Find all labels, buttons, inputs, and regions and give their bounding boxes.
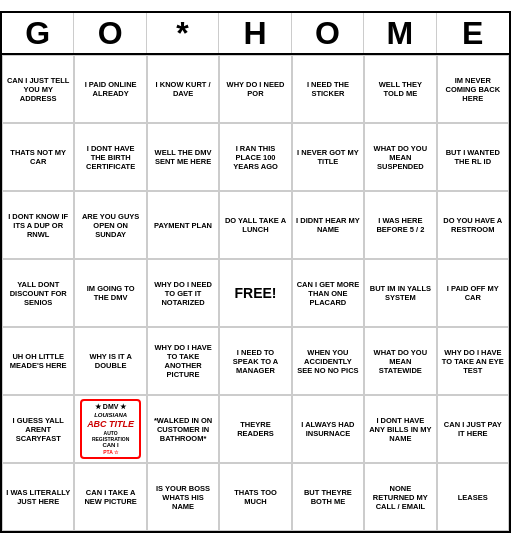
bingo-cell-15: ARE YOU GUYS OPEN ON SUNDAY [74, 191, 146, 259]
bingo-cell-41: CAN I JUST PAY IT HERE [437, 395, 509, 463]
bingo-cell-34: WHY DO I HAVE TO TAKE AN EYE TEST [437, 327, 509, 395]
bingo-cell-2: I KNOW KURT / DAVE [147, 55, 219, 123]
bingo-cell-42: I WAS LITERALLY JUST HERE [2, 463, 74, 531]
header-letter-6: E [437, 13, 509, 53]
bingo-cell-17: DO YALL TAKE A LUNCH [219, 191, 291, 259]
bingo-cell-21: YALL DONT DISCOUNT FOR SENIOS [2, 259, 74, 327]
bingo-cell-38: THEYRE READERS [219, 395, 291, 463]
bingo-cell-12: WHAT DO YOU MEAN SUSPENDED [364, 123, 436, 191]
bingo-card: GO*HOME CAN I JUST TELL YOU MY ADDRESSI … [0, 11, 511, 533]
header-letter-1: O [74, 13, 146, 53]
bingo-cell-5: WELL THEY TOLD ME [364, 55, 436, 123]
bingo-cell-9: WELL THE DMV SENT ME HERE [147, 123, 219, 191]
bingo-cell-23: WHY DO I NEED TO GET IT NOTARIZED [147, 259, 219, 327]
bingo-cell-3: WHY DO I NEED POR [219, 55, 291, 123]
bingo-cell-29: WHY IS IT A DOUBLE [74, 327, 146, 395]
bingo-cell-6: IM NEVER COMING BACK HERE [437, 55, 509, 123]
bingo-cell-44: IS YOUR BOSS WHATS HIS NAME [147, 463, 219, 531]
bingo-cell-32: WHEN YOU ACCIDENTLY SEE NO NO PICS [292, 327, 364, 395]
bingo-cell-31: I NEED TO SPEAK TO A MANAGER [219, 327, 291, 395]
bingo-cell-27: I PAID OFF MY CAR [437, 259, 509, 327]
bingo-cell-20: DO YOU HAVE A RESTROOM [437, 191, 509, 259]
bingo-cell-14: I DONT KNOW IF ITS A DUP OR RNWL [2, 191, 74, 259]
bingo-cell-48: LEASES [437, 463, 509, 531]
bingo-header: GO*HOME [2, 13, 509, 55]
header-letter-4: O [292, 13, 364, 53]
bingo-cell-33: WHAT DO YOU MEAN STATEWIDE [364, 327, 436, 395]
bingo-cell-35: I GUESS YALL ARENT SCARYFAST [2, 395, 74, 463]
header-letter-5: M [364, 13, 436, 53]
bingo-cell-46: BUT THEYRE BOTH ME [292, 463, 364, 531]
bingo-cell-22: IM GOING TO THE DMV [74, 259, 146, 327]
bingo-cell-28: UH OH LITTLE MEADE'S HERE [2, 327, 74, 395]
bingo-grid: CAN I JUST TELL YOU MY ADDRESSI PAID ONL… [2, 55, 509, 531]
bingo-cell-30: WHY DO I HAVE TO TAKE ANOTHER PICTURE [147, 327, 219, 395]
bingo-cell-26: BUT IM IN YALLS SYSTEM [364, 259, 436, 327]
bingo-cell-47: NONE RETURNED MY CALL / EMAIL [364, 463, 436, 531]
bingo-cell-10: I RAN THIS PLACE 100 YEARS AGO [219, 123, 291, 191]
header-letter-0: G [2, 13, 74, 53]
bingo-cell-18: I DIDNT HEAR MY NAME [292, 191, 364, 259]
bingo-cell-19: I WAS HERE BEFORE 5 / 2 [364, 191, 436, 259]
bingo-cell-16: PAYMENT PLAN [147, 191, 219, 259]
bingo-cell-43: CAN I TAKE A NEW PICTURE [74, 463, 146, 531]
bingo-cell-7: THATS NOT MY CAR [2, 123, 74, 191]
bingo-cell-25: CAN I GET MORE THAN ONE PLACARD [292, 259, 364, 327]
bingo-cell-1: I PAID ONLINE ALREADY [74, 55, 146, 123]
bingo-cell-0: CAN I JUST TELL YOU MY ADDRESS [2, 55, 74, 123]
header-letter-3: H [219, 13, 291, 53]
bingo-cell-8: I DONT HAVE THE BIRTH CERTIFICATE [74, 123, 146, 191]
bingo-cell-13: BUT I WANTED THE RL ID [437, 123, 509, 191]
bingo-cell-4: I NEED THE STICKER [292, 55, 364, 123]
bingo-cell-39: I ALWAYS HAD INSURNACE [292, 395, 364, 463]
bingo-cell-40: I DONT HAVE ANY BILLS IN MY NAME [364, 395, 436, 463]
bingo-cell-11: I NEVER GOT MY TITLE [292, 123, 364, 191]
bingo-cell-36: ★ DMV ★ Louisiana ABC TITLE AUTO REGISTR… [74, 395, 146, 463]
bingo-cell-24: Free! [219, 259, 291, 327]
bingo-cell-37: *WALKED IN ON CUSTOMER IN BATHROOM* [147, 395, 219, 463]
header-letter-2: * [147, 13, 219, 53]
bingo-cell-45: THATS TOO MUCH [219, 463, 291, 531]
